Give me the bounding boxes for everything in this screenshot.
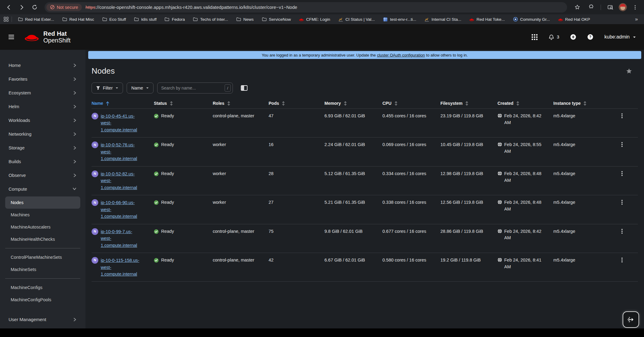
sidebar-item[interactable]: Workloads [0, 113, 85, 127]
bookmark-item[interactable]: Fedora [162, 16, 188, 23]
column-header-label: Created [497, 101, 513, 106]
name-filter-dropdown-button[interactable]: Name [127, 82, 154, 93]
bookmark-item[interactable]: Red Hat Misc [59, 16, 97, 23]
sidebar-subitem[interactable]: MachineConfigs [5, 281, 80, 294]
sidebar-subitem[interactable]: MachineAutoscalers [5, 221, 80, 233]
column-header[interactable]: CPU [382, 101, 440, 106]
column-header[interactable]: Status [154, 101, 213, 106]
sidebar-item-compute[interactable]: Compute [0, 182, 85, 196]
bookmark-item[interactable]: Red Hat Toke... [466, 16, 508, 23]
column-header[interactable]: Pods [269, 101, 324, 106]
bookmark-item[interactable]: Eco Stuff [99, 16, 129, 23]
bookmark-item[interactable]: CFME: Login [296, 16, 333, 23]
column-header[interactable]: Created [497, 101, 553, 106]
row-actions-kebab-icon[interactable] [613, 228, 630, 234]
apps-grid-icon[interactable] [4, 17, 9, 22]
node-link[interactable]: ip-10-0-115-158.us-west-1.compute.intern… [101, 257, 140, 277]
sidebar-item[interactable]: User Management [0, 313, 85, 326]
user-menu[interactable]: kube:admin [604, 34, 636, 40]
cell-name: N ip-10-0-45-41.us-west-1.compute.intern… [92, 113, 154, 133]
cell-status: Ready [154, 141, 213, 148]
tab-search-icon[interactable] [605, 2, 616, 13]
sidebar-subitem[interactable]: MachineConfigPools [5, 294, 80, 306]
sidebar-item[interactable]: Builds [0, 155, 85, 168]
favorite-star-icon[interactable] [626, 68, 632, 75]
bookmark-item[interactable]: Red Hat Exter... [15, 16, 57, 23]
manage-columns-button[interactable] [241, 85, 248, 91]
sidebar-item[interactable]: Home [0, 58, 85, 72]
bookmarks-overflow-chevron[interactable]: » [633, 16, 640, 22]
node-link[interactable]: ip-10-0-52-76.us-west-1.compute.internal [101, 141, 140, 162]
sortable-icon [344, 101, 347, 106]
node-link[interactable]: ip-10-0-66-90.us-west-1.compute.internal [101, 199, 140, 220]
row-actions-kebab-icon[interactable] [613, 141, 630, 147]
column-header[interactable]: Roles [213, 101, 269, 106]
blue-grid-icon [383, 17, 388, 22]
sidebar-item[interactable]: Helm [0, 100, 85, 113]
not-secure-icon [50, 5, 55, 9]
bookmark-item[interactable]: Community Gr... [510, 16, 553, 23]
node-link[interactable]: ip-10-0-99-7.us-west-1.compute.internal [101, 228, 140, 249]
column-header[interactable]: Instance type [553, 101, 613, 106]
add-plus-icon[interactable] [570, 34, 576, 40]
column-header[interactable]: Name [92, 101, 154, 106]
app-launcher-icon[interactable] [532, 34, 537, 40]
sidebar-item[interactable]: Networking [0, 127, 85, 141]
sidebar-subitem[interactable]: MachineSets [5, 263, 80, 276]
bookmark-item[interactable]: Internal CI Sta... [421, 16, 464, 23]
row-actions-kebab-icon[interactable] [613, 170, 630, 176]
bookmark-item[interactable]: k8s stuff [131, 16, 159, 23]
filter-dropdown-button[interactable]: Filter [92, 82, 123, 93]
divider [5, 278, 80, 279]
table-row: N ip-10-0-115-158.us-west-1.compute.inte… [92, 253, 638, 282]
bookmark-item[interactable]: News [233, 16, 256, 23]
lightspeed-assistant-button[interactable] [623, 311, 639, 328]
node-link[interactable]: ip-10-0-45-41.us-west-1.compute.internal [101, 113, 140, 133]
column-header[interactable]: Filesystem [440, 101, 497, 106]
bookmark-item[interactable]: test-env-r...ti... [380, 16, 419, 23]
toolbar: Filter Name / [92, 82, 644, 93]
cell-memory: 6.93 GiB / 62.01 GiB [324, 113, 382, 119]
bookmark-item[interactable]: Techs of Inter... [190, 16, 231, 23]
node-link[interactable]: ip-10-0-52-82.us-west-1.compute.internal [101, 170, 140, 191]
oauth-config-link[interactable]: cluster OAuth configuration [377, 53, 425, 57]
bookmark-star-icon[interactable] [571, 2, 583, 13]
cell-cpu: 0.677 cores / 16 cores [382, 228, 440, 235]
row-actions-kebab-icon[interactable] [613, 113, 630, 118]
sidebar-subitem[interactable]: Nodes [5, 196, 80, 209]
browser-menu-kebab-icon[interactable] [629, 2, 641, 13]
not-secure-chip[interactable]: Not secure [46, 4, 82, 11]
sidebar-item[interactable]: Storage [0, 141, 85, 155]
folder-icon [62, 17, 67, 22]
row-actions-kebab-icon[interactable] [613, 257, 630, 262]
brand-logo[interactable]: Red Hat OpenShift [24, 30, 71, 44]
status-text: Ready [161, 257, 174, 264]
sortable-icon [227, 101, 230, 106]
search-input[interactable] [161, 86, 225, 90]
brand-line2: OpenShift [43, 37, 71, 44]
forward-icon[interactable] [16, 2, 27, 13]
sidebar-item[interactable]: Observe [0, 168, 85, 182]
back-icon[interactable] [3, 2, 15, 13]
help-icon[interactable]: ? [587, 34, 593, 40]
sidebar-subitem[interactable]: MachineHealthChecks [5, 233, 80, 245]
sidebar-bottom-items: User Management Administration [0, 313, 85, 328]
sidebar-item[interactable]: Administration [0, 326, 85, 328]
extensions-icon[interactable] [585, 2, 597, 13]
bookmark-item[interactable]: CI Status | Val... [335, 16, 378, 23]
cell-name: N ip-10-0-99-7.us-west-1.compute.interna… [92, 228, 154, 249]
sidebar-item[interactable]: Ecosystem [0, 86, 85, 100]
sidebar-subitem[interactable]: ControlPlaneMachineSets [5, 251, 80, 263]
bookmark-item[interactable]: Red Hat OKP [555, 16, 593, 23]
notifications-bell[interactable]: 3 [548, 34, 559, 40]
sidebar-item[interactable]: Favorites [0, 72, 85, 86]
profile-avatar[interactable] [619, 3, 627, 11]
reload-icon[interactable] [29, 2, 40, 13]
created-text: Feb 24, 2026, 8:42 AM [504, 113, 547, 126]
sidebar-subitem[interactable]: Machines [5, 209, 80, 221]
bookmark-item[interactable]: ServiceNow [259, 16, 294, 23]
nav-toggle-hamburger-icon[interactable] [8, 34, 15, 40]
url-bar[interactable]: Not secure https://console-openshift-con… [45, 2, 567, 13]
column-header[interactable]: Memory [324, 101, 382, 106]
row-actions-kebab-icon[interactable] [613, 199, 630, 205]
